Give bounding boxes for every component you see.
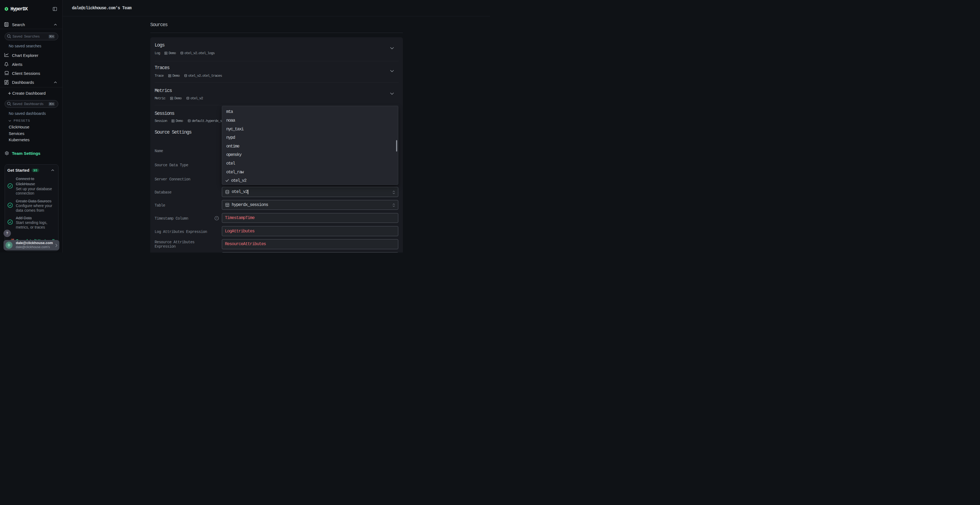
svg-text:?: ? <box>216 217 217 219</box>
